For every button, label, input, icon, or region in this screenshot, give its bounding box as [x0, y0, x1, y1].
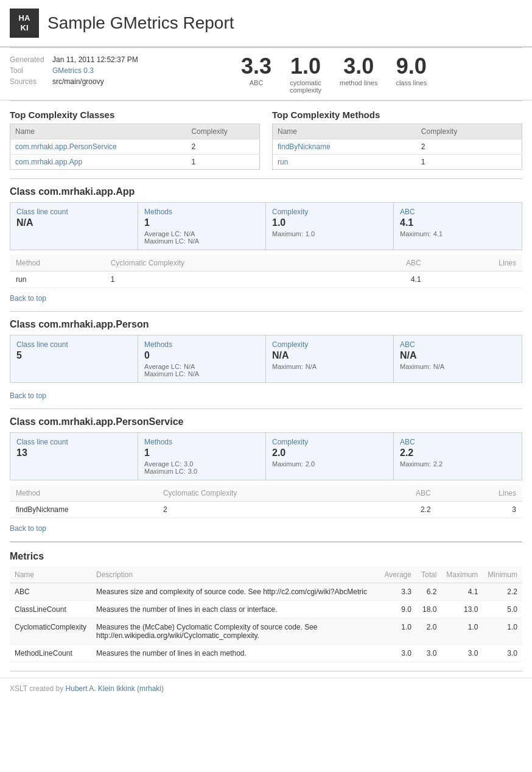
metrics-cell: 9.0	[379, 601, 416, 619]
class-name-cell: com.mrhaki.app.App	[10, 155, 187, 170]
metrics-cell: 3.0	[441, 645, 483, 662]
class-name-link[interactable]: com.mrhaki.app.App	[15, 158, 82, 166]
top-complexity-classes-title: Top Complexity Classes	[10, 110, 260, 120]
metric-cell-header-link[interactable]: Methods	[144, 340, 259, 349]
metrics-cell: 6.2	[416, 583, 441, 601]
metrics-cell: 18.0	[416, 601, 441, 619]
class-metrics-grid: Class line count13Methods1Average LC:3.0…	[10, 432, 522, 480]
metric-cell: Class line count5	[10, 335, 138, 382]
metric-cell-header-link[interactable]: Complexity	[272, 340, 387, 349]
metric-cell-header-link[interactable]: ABC	[400, 208, 516, 216]
stat-item: 3.0method lines	[340, 55, 377, 86]
metrics-col-header: Maximum	[441, 567, 483, 583]
metric-cell-header-link[interactable]: Methods	[144, 208, 259, 216]
method-lines-cell	[446, 272, 522, 288]
metric-sub-val: 4.1	[433, 230, 443, 237]
back-to-top-link[interactable]: Back to top	[10, 290, 522, 309]
table-row: com.mrhaki.app.PersonService2	[10, 139, 260, 155]
top-complexity-classes-block: Top Complexity Classes Name Complexity c…	[10, 110, 260, 170]
method-col-header: Lines	[455, 485, 522, 502]
metric-sub-val: N/A	[184, 363, 195, 370]
metric-cell-value: 13	[16, 447, 131, 458]
metric-cell: Methods1Average LC:3.0Maximum LC:3.0	[138, 433, 266, 480]
metric-cell-header-link[interactable]: Class line count	[16, 208, 131, 216]
table-row: ABCMeasures size and complexity of sourc…	[10, 583, 522, 601]
meta-generated-value: Jan 11, 2011 12:52:37 PM	[52, 55, 138, 64]
metric-cell-header-link[interactable]: ABC	[400, 438, 516, 446]
back-to-top-link[interactable]: Back to top	[10, 388, 522, 406]
metrics-col-header: Minimum	[483, 567, 522, 583]
metric-cell-header-link[interactable]: Complexity	[272, 208, 387, 216]
metric-cell: Methods0Average LC:N/AMaximum LC:N/A	[138, 335, 266, 382]
metric-cell: ComplexityN/AMaximum:N/A	[266, 335, 394, 382]
method-complexity-cell: 2	[416, 139, 522, 155]
stat-label: class lines	[396, 79, 427, 86]
method-col-header: Method	[10, 485, 157, 502]
metrics-cell: 3.3	[379, 583, 416, 601]
class-name-link[interactable]: com.mrhaki.app.PersonService	[15, 142, 117, 151]
metric-cell-header-link[interactable]: Complexity	[272, 438, 387, 446]
class-section: Class com.mrhaki.app.PersonServiceClass …	[0, 409, 532, 541]
class-title: Class com.mrhaki.app.App	[10, 186, 522, 197]
metric-sub-label: Average LC:	[144, 363, 181, 370]
metric-cell-sub: Average LC:3.0Maximum LC:3.0	[144, 460, 259, 475]
col-name-classes: Name	[10, 124, 187, 139]
metrics-cell: Measures the number of lines in each met…	[91, 645, 379, 662]
metrics-cell: 5.0	[483, 601, 522, 619]
metric-sub-label: Maximum:	[272, 363, 303, 370]
metric-cell: Methods1Average LC:N/AMaximum LC:N/A	[138, 203, 266, 250]
metrics-cell: CyclomaticComplexity	[10, 619, 91, 645]
metric-sub-val: 1.0	[306, 230, 315, 237]
meta-generated: Generated Jan 11, 2011 12:52:37 PM	[10, 55, 180, 64]
metric-cell-header-link[interactable]: ABC	[400, 340, 516, 349]
metric-cell-value: 1	[144, 217, 259, 228]
metric-sub-label: Average LC:	[144, 460, 181, 468]
method-name-link[interactable]: findByNickname	[278, 142, 331, 151]
method-col-header: Lines	[446, 255, 522, 272]
class-title: Class com.mrhaki.app.PersonService	[10, 416, 522, 427]
class-complexity-cell: 1	[186, 155, 259, 170]
metric-cell-sub: Maximum:N/A	[400, 363, 516, 370]
metric-cell-sub: Average LC:N/AMaximum LC:N/A	[144, 230, 259, 245]
top-complexity-classes-table: Name Complexity com.mrhaki.app.PersonSer…	[10, 124, 260, 170]
class-section: Class com.mrhaki.app.AppClass line count…	[0, 179, 532, 311]
metric-cell: Complexity2.0Maximum:2.0	[266, 433, 394, 480]
metric-cell-header-link[interactable]: Class line count	[16, 438, 131, 446]
metric-sub-val: 3.0	[188, 468, 197, 475]
stat-label: method lines	[340, 79, 377, 86]
stat-item: 9.0class lines	[396, 55, 427, 86]
meta-section: Generated Jan 11, 2011 12:52:37 PM Tool …	[0, 48, 532, 100]
method-abc-cell: 2.2	[352, 502, 455, 518]
metrics-cell: Measures the (McCabe) Cyclomatic Complex…	[91, 619, 379, 645]
top-tables: Top Complexity Classes Name Complexity c…	[0, 101, 532, 170]
metrics-cell: 1.0	[483, 619, 522, 645]
metric-cell-header-link[interactable]: Class line count	[16, 340, 131, 349]
stat-item: 3.3ABC	[241, 55, 271, 86]
metric-cell-value: N/A	[400, 350, 516, 361]
metric-sub-label: Maximum:	[400, 363, 431, 370]
col-complexity-methods: Complexity	[416, 124, 522, 139]
table-row: ClassLineCountMeasures the number of lin…	[10, 601, 522, 619]
metric-cell-value: 2.0	[272, 447, 387, 458]
stats-area: 3.3ABC1.0cyclomaticcomplexity3.0method l…	[241, 55, 427, 94]
page-title: Sample GMetrics Report	[47, 13, 234, 33]
meta-tool-value: GMetrics 0.3	[52, 66, 94, 75]
method-table: MethodCyclomatic ComplexityABCLinesrun14…	[10, 255, 522, 288]
tool-link[interactable]: GMetrics 0.3	[52, 66, 94, 75]
metric-sub-label: Maximum:	[272, 460, 303, 468]
method-lines-cell: 3	[455, 502, 522, 518]
metrics-cell: 3.0	[416, 645, 441, 662]
metric-cell-header-link[interactable]: Methods	[144, 438, 259, 446]
metric-cell-value: 5	[16, 350, 131, 361]
metric-cell-sub: Maximum:2.0	[272, 460, 387, 468]
metric-cell: ABC2.2Maximum:2.2	[394, 433, 522, 480]
footer-link[interactable]: Hubert A. Klein Ikkink (mrhaki)	[66, 684, 164, 693]
meta-labels: Generated Jan 11, 2011 12:52:37 PM Tool …	[10, 55, 180, 88]
table-row: run14.1	[10, 272, 522, 288]
metric-sub-label: Maximum:	[400, 460, 431, 468]
method-abc-cell: 4.1	[327, 272, 446, 288]
method-name-link[interactable]: run	[278, 158, 288, 166]
back-to-top-link[interactable]: Back to top	[10, 521, 522, 539]
metric-sub-label: Maximum LC:	[144, 370, 186, 377]
metric-sub-val: 2.0	[306, 460, 315, 468]
